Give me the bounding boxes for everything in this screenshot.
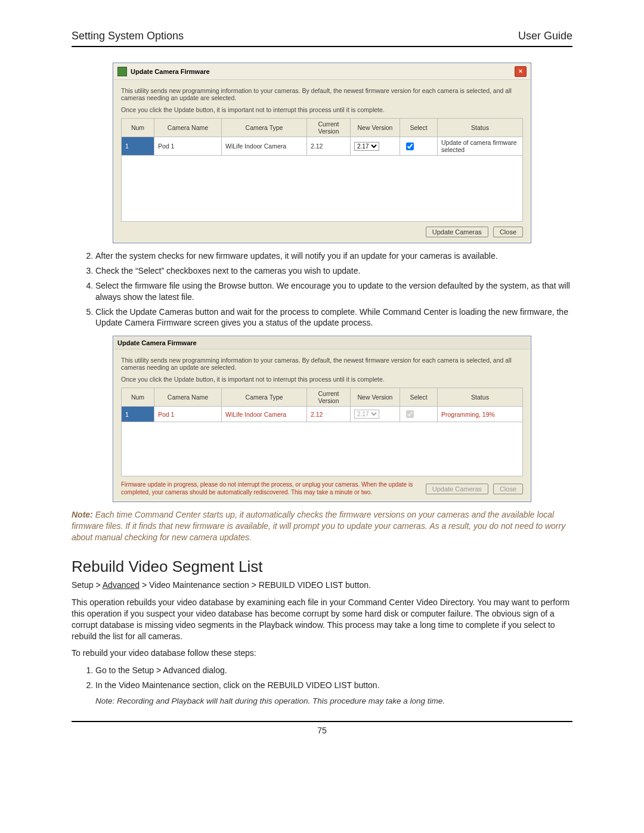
col-name: Camera Name	[154, 119, 222, 137]
update-cameras-button: Update Cameras	[426, 484, 488, 494]
select-checkbox	[406, 410, 414, 418]
progress-warning: Firmware update in progress, please do n…	[121, 481, 421, 496]
rebuild-step-1: Go to the Setup > Advanced dialog.	[95, 665, 572, 676]
col-num: Num	[122, 388, 154, 407]
cell-current: 2.12	[307, 407, 351, 422]
table-empty-area	[121, 156, 523, 222]
note-label: Note:	[72, 510, 93, 519]
col-name: Camera Name	[154, 388, 222, 407]
new-version-select: 2.17	[354, 410, 379, 419]
camera-table: Num Camera Name Camera Type Current Vers…	[121, 388, 523, 422]
col-new: New Version	[351, 119, 400, 137]
cell-type: WiLife Indoor Camera	[222, 407, 307, 422]
dialog-desc-2: Once you click the Update button, it is …	[121, 106, 523, 113]
dialog-title: Update Camera Firmware	[131, 68, 210, 75]
col-type: Camera Type	[222, 388, 307, 407]
rebuild-step-2: In the Video Maintenance section, click …	[95, 680, 572, 707]
col-status: Status	[438, 388, 523, 407]
step-4: Select the firmware file using the Brows…	[95, 280, 572, 303]
cell-num: 1	[122, 407, 154, 422]
col-select: Select	[400, 388, 438, 407]
table-row: 1 Pod 1 WiLife Indoor Camera 2.12 2.17 P…	[122, 407, 523, 422]
cell-type: WiLife Indoor Camera	[222, 137, 307, 156]
col-current: Current Version	[307, 388, 351, 407]
update-cameras-button[interactable]: Update Cameras	[426, 227, 488, 237]
steps-list-1: After the system checks for new firmware…	[95, 250, 572, 329]
steps-list-2: Go to the Setup > Advanced dialog. In th…	[95, 665, 572, 707]
header-right: User Guide	[518, 30, 572, 42]
section-title-rebuild: Rebuild Video Segment List	[72, 558, 572, 576]
path-suffix: > Video Maintenance section > REBUILD VI…	[140, 580, 371, 590]
camera-table: Num Camera Name Camera Type Current Vers…	[121, 118, 523, 156]
cell-new: 2.17	[351, 407, 400, 422]
table-empty-area	[121, 422, 523, 476]
cell-status: Update of camera firmware selected	[438, 137, 523, 156]
dialog-title: Update Camera Firmware	[117, 339, 197, 346]
col-select: Select	[400, 119, 438, 137]
close-button: Close	[493, 484, 523, 494]
update-firmware-dialog-1: Update Camera Firmware × This utility se…	[113, 63, 531, 243]
cell-new: 2.17	[351, 137, 400, 156]
rebuild-para-1: This operation rebuilds your video datab…	[72, 597, 572, 642]
rebuild-para-2: To rebuild your video database follow th…	[72, 648, 572, 659]
step-3: Check the “Select” checkboxes next to th…	[95, 265, 572, 277]
cell-name: Pod 1	[154, 137, 222, 156]
dialog-desc-1: This utility sends new programming infor…	[121, 87, 523, 101]
new-version-select[interactable]: 2.17	[354, 142, 379, 151]
update-firmware-dialog-2: Update Camera Firmware This utility send…	[113, 336, 531, 502]
step-2: After the system checks for new firmware…	[95, 250, 572, 262]
dialog-desc-1: This utility sends new programming infor…	[121, 357, 523, 371]
close-icon[interactable]: ×	[515, 66, 527, 77]
col-status: Status	[438, 119, 523, 137]
note-block: Note: Each time Command Center starts up…	[72, 509, 572, 543]
header-left: Setting System Options	[72, 30, 184, 42]
step-5: Click the Update Cameras button and wait…	[95, 306, 572, 329]
cell-num: 1	[122, 137, 154, 156]
cell-status: Programming, 19%	[438, 407, 523, 422]
path-prefix: Setup >	[72, 580, 103, 590]
table-row: 1 Pod 1 WiLife Indoor Camera 2.12 2.17 U…	[122, 137, 523, 156]
col-type: Camera Type	[222, 119, 307, 137]
cell-current: 2.12	[307, 137, 351, 156]
rebuild-step-2-text: In the Video Maintenance section, click …	[95, 680, 380, 690]
cell-name: Pod 1	[154, 407, 222, 422]
note-text: Each time Command Center starts up, it a…	[72, 510, 565, 542]
app-icon	[117, 67, 127, 76]
col-current: Current Version	[307, 119, 351, 137]
select-checkbox[interactable]	[406, 143, 414, 150]
path-link-advanced[interactable]: Advanced	[103, 580, 140, 590]
col-new: New Version	[351, 388, 400, 407]
close-button[interactable]: Close	[493, 227, 523, 237]
rebuild-step-note: Note: Recording and Playback will halt d…	[95, 696, 572, 707]
dialog-desc-2: Once you click the Update button, it is …	[121, 376, 523, 383]
col-num: Num	[122, 119, 154, 137]
breadcrumb-path: Setup > Advanced > Video Maintenance sec…	[72, 580, 572, 591]
page-number: 75	[317, 726, 327, 735]
